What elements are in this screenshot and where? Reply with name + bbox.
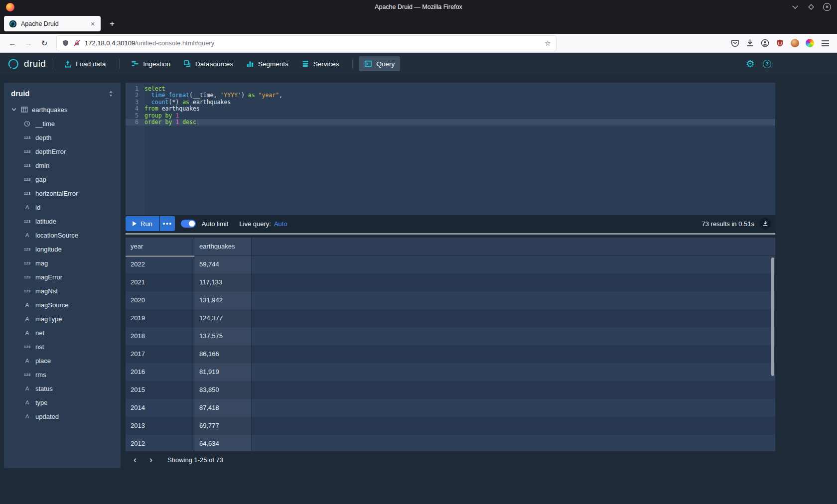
cell-earthquakes[interactable]: 59,744 (194, 255, 252, 273)
extension-pinwheel-icon[interactable] (806, 39, 814, 47)
nav-item-datasources[interactable]: Datasources (178, 56, 239, 71)
cell-year[interactable]: 2019 (126, 309, 194, 327)
tab-apache-druid[interactable]: Apache Druid × (4, 16, 101, 31)
cell-earthquakes[interactable]: 117,133 (194, 273, 252, 291)
reload-button[interactable]: ↻ (37, 36, 52, 51)
cell-year[interactable]: 2013 (126, 417, 194, 435)
live-query-mode-link[interactable]: Auto (274, 220, 287, 228)
url-host: 172.18.0.4:30109 (85, 39, 135, 47)
cell-year[interactable]: 2022 (126, 255, 194, 273)
next-page-button[interactable]: › (143, 453, 158, 466)
column-item-net[interactable]: Anet (4, 326, 121, 340)
column-item-rms[interactable]: 123rms (4, 368, 121, 381)
column-item-horizontalError[interactable]: 123horizontalError (4, 186, 121, 200)
minimize-button[interactable] (791, 3, 799, 11)
datasource-row-earthquakes[interactable]: earthquakes (4, 103, 121, 117)
column-item-depthError[interactable]: 123depthError (4, 144, 121, 158)
horizontal-scrollbar[interactable] (126, 255, 194, 257)
column-item-dmin[interactable]: 123dmin (4, 158, 121, 172)
cell-year[interactable]: 2015 (126, 381, 194, 399)
cell-year[interactable]: 2017 (126, 345, 194, 363)
column-item-type[interactable]: Atype (4, 395, 121, 409)
new-tab-button[interactable]: + (105, 16, 120, 31)
cell-year[interactable]: 2018 (126, 327, 194, 345)
prev-page-button[interactable]: ‹ (128, 453, 142, 466)
nav-item-services[interactable]: Services (296, 56, 345, 71)
profile-avatar-icon[interactable] (791, 39, 799, 47)
results-panel: yearearthquakes 202259,7442021117,133202… (126, 238, 775, 451)
column-name: depth (35, 134, 52, 141)
run-more-button[interactable]: ●●● (160, 216, 175, 231)
editor-line-4: 4from earthquakes (126, 106, 775, 112)
maximize-button[interactable] (807, 3, 815, 11)
downloads-icon[interactable] (746, 39, 754, 47)
column-item-latitude[interactable]: 123latitude (4, 214, 121, 228)
save-to-pocket-icon[interactable] (731, 39, 739, 47)
column-item-magError[interactable]: 123magError (4, 270, 121, 284)
nav-item-load-data[interactable]: Load data (58, 56, 111, 71)
druid-logo[interactable]: druid (7, 58, 46, 70)
column-item-locationSource[interactable]: AlocationSource (4, 228, 121, 242)
results-header: yearearthquakes (126, 238, 775, 255)
close-button[interactable]: ✕ (823, 3, 831, 11)
cell-earthquakes[interactable]: 69,777 (194, 417, 252, 435)
cell-earthquakes[interactable]: 131,942 (194, 291, 252, 309)
cell-year[interactable]: 2014 (126, 399, 194, 417)
auto-limit-toggle[interactable] (181, 220, 196, 228)
sql-editor[interactable]: 1select2 time_format(__time, 'YYYY') as … (126, 83, 775, 215)
cell-earthquakes[interactable]: 81,919 (194, 363, 252, 381)
column-item-magNst[interactable]: 123magNst (4, 284, 121, 298)
cell-earthquakes[interactable]: 86,166 (194, 345, 252, 363)
editor-results-splitter[interactable] (126, 233, 775, 235)
cell-earthquakes[interactable]: 124,377 (194, 309, 252, 327)
live-query-label: Live query: (239, 220, 271, 228)
column-item-status[interactable]: Astatus (4, 381, 121, 395)
menu-icon[interactable] (821, 39, 830, 48)
nav-item-segments[interactable]: Segments (241, 56, 294, 71)
table-row: 2020131,942 (126, 291, 775, 309)
cell-earthquakes[interactable]: 83,850 (194, 381, 252, 399)
column-header-year[interactable]: year (126, 238, 194, 255)
column-item-id[interactable]: Aid (4, 200, 121, 214)
column-item-magType[interactable]: AmagType (4, 312, 121, 326)
run-button[interactable]: Run (126, 216, 159, 231)
column-item-mag[interactable]: 123mag (4, 256, 121, 270)
tracking-protection-shield-icon[interactable] (62, 39, 69, 47)
cell-earthquakes[interactable]: 87,418 (194, 399, 252, 417)
column-item-depth[interactable]: 123depth (4, 130, 121, 144)
cell-year[interactable]: 2012 (126, 435, 194, 451)
column-item-longitude[interactable]: 123longitude (4, 242, 121, 256)
column-item-gap[interactable]: 123gap (4, 172, 121, 186)
column-item-place[interactable]: Aplace (4, 354, 121, 368)
column-item-nst[interactable]: 123nst (4, 340, 121, 354)
bookmark-star-icon[interactable]: ☆ (545, 39, 551, 48)
vertical-scrollbar[interactable] (771, 257, 774, 376)
sort-columns-icon[interactable] (108, 90, 114, 97)
nav-item-ingestion[interactable]: Ingestion (126, 56, 176, 71)
download-results-button[interactable] (759, 218, 771, 230)
nav-item-query[interactable]: Query (359, 56, 400, 71)
string-type-icon: A (23, 413, 31, 419)
ublock-origin-icon[interactable] (776, 39, 784, 47)
firefox-window: Apache Druid — Mozilla Firefox ✕ Apache … (0, 0, 837, 504)
forward-button[interactable]: → (21, 36, 36, 51)
cell-year[interactable]: 2020 (126, 291, 194, 309)
url-bar[interactable]: 172.18.0.4:30109/unified-console.html#qu… (57, 36, 556, 51)
insecure-lock-icon[interactable] (73, 39, 81, 47)
column-header-earthquakes[interactable]: earthquakes (194, 238, 252, 255)
row-filler (252, 363, 775, 381)
settings-gear-icon[interactable]: ⚙ (746, 59, 755, 69)
tab-title: Apache Druid (21, 20, 84, 27)
tab-close-icon[interactable]: × (88, 19, 98, 29)
cell-year[interactable]: 2021 (126, 273, 194, 291)
cell-earthquakes[interactable]: 64,634 (194, 435, 252, 451)
back-button[interactable]: ← (5, 36, 20, 51)
column-item-magSource[interactable]: AmagSource (4, 298, 121, 312)
help-button[interactable]: ? (763, 60, 771, 68)
account-icon[interactable] (761, 39, 769, 47)
cell-year[interactable]: 2016 (126, 363, 194, 381)
cell-earthquakes[interactable]: 137,575 (194, 327, 252, 345)
column-item-updated[interactable]: Aupdated (4, 409, 121, 423)
url-text: 172.18.0.4:30109/unified-console.html#qu… (85, 39, 214, 47)
column-item-__time[interactable]: __time (4, 117, 121, 130)
